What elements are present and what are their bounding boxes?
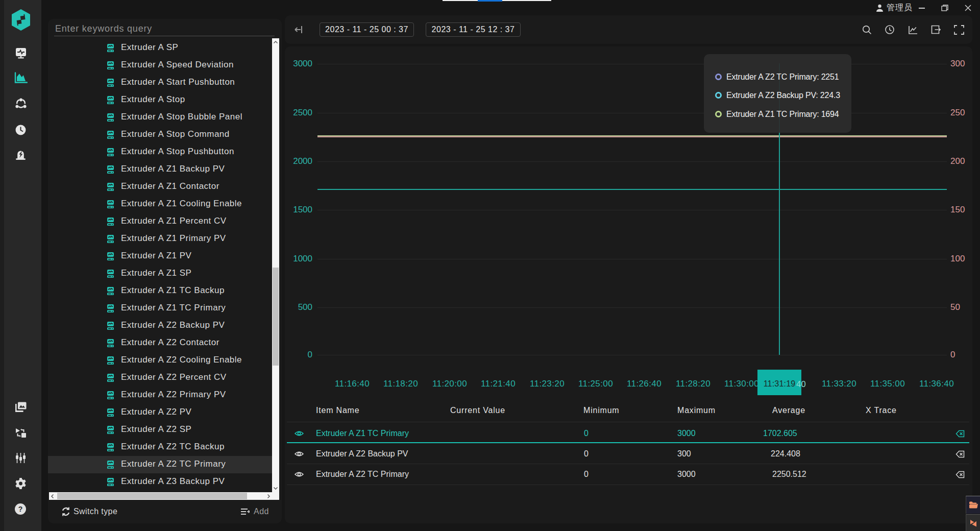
svg-text:?: ? bbox=[18, 505, 23, 513]
